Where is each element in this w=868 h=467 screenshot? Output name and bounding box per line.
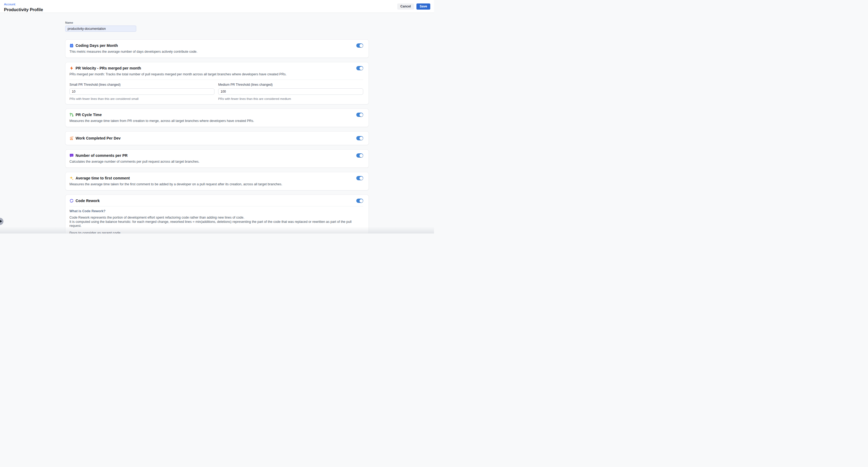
metric-title: PR Cycle Time — [75, 113, 102, 117]
sync-icon — [69, 199, 74, 203]
card-divider — [69, 206, 363, 206]
toggle-work-completed[interactable] — [356, 136, 363, 140]
zap-icon — [69, 66, 74, 70]
metric-card-pr-velocity: PR Velocity - PRs merged per month PRs m… — [65, 62, 369, 105]
comment-icon — [69, 153, 74, 157]
save-button[interactable]: Save — [416, 3, 430, 9]
cancel-button[interactable]: Cancel — [397, 3, 414, 9]
recent-code-days-label: Days to consider as recent code — [69, 231, 363, 234]
small-pr-threshold-helper: PRs with fewer lines than this are consi… — [69, 97, 214, 100]
code-rework-heading: What is Code Rework? — [69, 209, 363, 213]
toggle-pr-cycle-time[interactable] — [356, 113, 363, 117]
git-pull-request-icon — [69, 113, 74, 117]
medium-pr-threshold-label: Medium PR Threshold (lines changed) — [218, 83, 363, 87]
account-breadcrumb-link[interactable]: Account: — [4, 2, 16, 6]
metric-title: Average time to first comment — [75, 176, 130, 180]
metric-description: PRs merged per month: Tracks the total n… — [69, 72, 363, 77]
toggle-pr-velocity[interactable] — [356, 66, 363, 70]
header-actions: Cancel Save — [397, 3, 430, 9]
small-pr-threshold-input[interactable] — [69, 88, 214, 95]
name-field-group: Name — [65, 21, 369, 32]
page-title: Productivity Profile — [4, 7, 430, 12]
medium-pr-threshold-input[interactable] — [218, 88, 363, 95]
metric-title: Work Completed Per Dev — [75, 136, 121, 140]
name-label: Name — [65, 21, 369, 24]
medium-pr-threshold-group: Medium PR Threshold (lines changed) PRs … — [218, 83, 363, 100]
toggle-avg-time-first-comment[interactable] — [356, 176, 363, 180]
code-rework-paragraph-2: It is computed using the balance heurist… — [69, 220, 363, 228]
metric-card-work-completed: Work Completed Per Dev — [65, 131, 369, 145]
medium-pr-threshold-helper: PRs with fewer lines than this are consi… — [218, 97, 363, 100]
metric-description: This metric measures the average number … — [69, 50, 363, 54]
metric-description: Measures the average time taken for the … — [69, 182, 363, 186]
metric-description: Calculates the average number of comment… — [69, 159, 363, 164]
card-divider — [69, 80, 363, 80]
code-rework-paragraph-1: Code Rework represents the portion of de… — [69, 216, 363, 220]
name-input[interactable] — [65, 26, 136, 32]
sparkles-icon — [69, 176, 74, 180]
metric-card-coding-days: Coding Days per Month This metric measur… — [65, 39, 369, 58]
calendar-icon — [69, 43, 74, 48]
small-pr-threshold-group: Small PR Threshold (lines changed) PRs w… — [69, 83, 214, 100]
metric-card-comments-per-pr: Number of comments per PR Calculates the… — [65, 149, 369, 168]
top-header: Account: Productivity Profile Cancel Sav… — [0, 0, 434, 13]
metric-card-pr-cycle-time: PR Cycle Time Measures the average time … — [65, 109, 369, 127]
bar-chart-arrow-icon — [69, 136, 74, 140]
metric-title: PR Velocity - PRs merged per month — [75, 66, 141, 70]
toggle-code-rework[interactable] — [356, 199, 363, 203]
metric-description: Measures the average time taken from PR … — [69, 119, 363, 123]
small-pr-threshold-label: Small PR Threshold (lines changed) — [69, 83, 214, 87]
toggle-comments-per-pr[interactable] — [356, 153, 363, 157]
toggle-coding-days[interactable] — [356, 43, 363, 48]
metric-cards: Coding Days per Month This metric measur… — [65, 39, 369, 233]
play-arrow-icon — [0, 220, 2, 223]
profile-form: Name — [65, 13, 369, 233]
metric-title: Number of comments per PR — [75, 153, 127, 157]
sidebar-expand-button[interactable] — [0, 218, 3, 225]
metric-card-avg-time-first-comment: Average time to first comment Measures t… — [65, 172, 369, 191]
metric-card-code-rework: Code Rework What is Code Rework? Code Re… — [65, 195, 369, 233]
metric-title: Code Rework — [75, 199, 100, 203]
metric-title: Coding Days per Month — [75, 43, 118, 48]
